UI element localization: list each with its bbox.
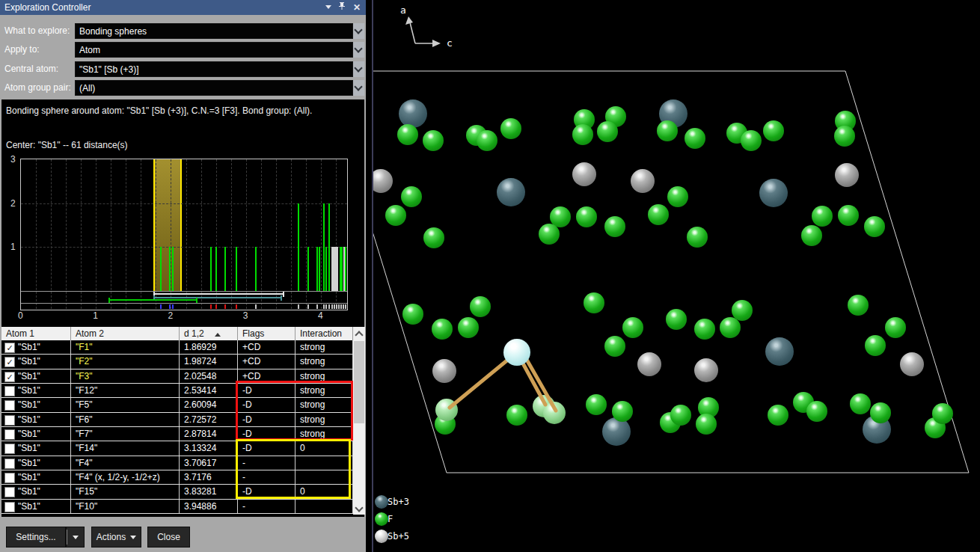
atom-sb5[interactable]: [637, 352, 661, 376]
column-header-flags[interactable]: Flags: [238, 327, 295, 340]
atom-f[interactable]: [402, 304, 423, 325]
atom-sb5[interactable]: [694, 358, 718, 382]
row-checkbox[interactable]: [4, 473, 15, 483]
selected-central-atom[interactable]: [503, 339, 530, 366]
pin-icon[interactable]: [336, 0, 348, 15]
atom-f[interactable]: [865, 335, 886, 356]
scroll-down-button[interactable]: [353, 502, 365, 515]
atom-f[interactable]: [870, 402, 891, 423]
atom-f[interactable]: [432, 319, 453, 340]
atom-f[interactable]: [604, 336, 625, 357]
atom-sb3[interactable]: [399, 99, 427, 128]
table-header[interactable]: Atom 1Atom 2d 1,2FlagsInteraction: [1, 327, 353, 340]
settings-dropdown-button[interactable]: [66, 527, 85, 548]
row-checkbox[interactable]: ✓: [4, 357, 15, 367]
row-checkbox[interactable]: ✓: [4, 372, 15, 382]
atom-f[interactable]: [539, 224, 560, 245]
atom-f[interactable]: [838, 205, 859, 226]
close-panel-icon[interactable]: ✕: [351, 0, 363, 15]
atom-f[interactable]: [604, 216, 625, 237]
atom-f[interactable]: [806, 401, 827, 422]
atom-sb3[interactable]: [765, 337, 794, 366]
table-row[interactable]: "Sb1""F10"3.94886-: [1, 500, 353, 514]
atom-f-bonded[interactable]: [435, 399, 458, 421]
atom-f[interactable]: [576, 206, 597, 227]
atom-f[interactable]: [763, 120, 784, 141]
atom-f[interactable]: [470, 296, 491, 317]
combo-central-atom[interactable]: "Sb1" [Sb (+3)]: [75, 61, 353, 77]
atom-f[interactable]: [667, 186, 688, 207]
atom-f[interactable]: [584, 292, 604, 313]
row-checkbox[interactable]: [4, 487, 15, 497]
settings-button[interactable]: Settings...: [6, 527, 66, 548]
atom-f[interactable]: [657, 120, 678, 141]
combo-dropdown-button[interactable]: [353, 61, 364, 77]
atom-f[interactable]: [385, 205, 406, 226]
atom-f[interactable]: [885, 317, 906, 338]
combo-what-to-explore[interactable]: Bonding spheres: [75, 23, 353, 39]
table-row[interactable]: "Sb1""F1"1.86929+CDstrong✓: [1, 340, 353, 355]
atom-f[interactable]: [500, 118, 521, 139]
row-checkbox[interactable]: ✓: [4, 343, 15, 353]
atom-f[interactable]: [720, 317, 741, 338]
actions-button[interactable]: Actions: [91, 527, 141, 548]
atom-f[interactable]: [458, 317, 479, 338]
atom-f[interactable]: [397, 124, 418, 145]
atom-f[interactable]: [401, 186, 422, 207]
panel-titlebar[interactable]: Exploration Controller ✕: [0, 0, 366, 15]
atom-f[interactable]: [696, 414, 717, 435]
row-checkbox[interactable]: [4, 502, 15, 512]
structure-viewer[interactable]: a c Sb+3FSb+5: [372, 0, 980, 552]
row-checkbox[interactable]: [4, 429, 15, 440]
combo-atom-group-pair[interactable]: (All): [75, 80, 353, 96]
atom-sb5[interactable]: [835, 163, 859, 187]
combo-dropdown-button[interactable]: [353, 23, 364, 39]
row-checkbox[interactable]: [4, 444, 15, 454]
combo-apply-to[interactable]: Atom: [75, 42, 353, 58]
atom-sb5[interactable]: [631, 169, 655, 193]
close-button[interactable]: Close: [147, 527, 190, 548]
atom-f[interactable]: [932, 403, 953, 424]
atom-f[interactable]: [506, 405, 527, 426]
atom-sb3[interactable]: [759, 179, 788, 207]
atom-f[interactable]: [572, 124, 593, 145]
atom-f[interactable]: [687, 227, 708, 248]
atom-sb5[interactable]: [572, 162, 596, 186]
atom-sb5[interactable]: [900, 352, 924, 376]
column-header-atom-2[interactable]: Atom 2: [71, 327, 180, 340]
atom-f[interactable]: [768, 405, 788, 426]
atom-f[interactable]: [864, 216, 885, 237]
table-row[interactable]: "Sb1""F2"1.98724+CDstrong✓: [1, 355, 353, 369]
atom-f[interactable]: [666, 309, 687, 330]
atom-f[interactable]: [648, 204, 669, 225]
atom-f[interactable]: [801, 225, 822, 246]
atom-f[interactable]: [685, 128, 705, 149]
column-header-atom-1[interactable]: Atom 1: [1, 327, 71, 340]
atom-f[interactable]: [597, 121, 618, 142]
atom-f[interactable]: [423, 227, 444, 248]
atom-sb3[interactable]: [602, 417, 631, 446]
row-checkbox[interactable]: [4, 415, 15, 426]
combo-dropdown-button[interactable]: [353, 42, 364, 58]
atom-f[interactable]: [850, 393, 871, 414]
atom-f[interactable]: [812, 206, 833, 227]
column-header-d-1-2[interactable]: d 1,2: [180, 327, 238, 340]
window-menu-icon[interactable]: [322, 0, 334, 15]
atom-f[interactable]: [423, 130, 444, 151]
atom-f[interactable]: [732, 300, 753, 321]
atom-f[interactable]: [612, 401, 633, 422]
atom-f-bonded[interactable]: [543, 402, 566, 424]
atom-f[interactable]: [670, 405, 691, 426]
atom-f[interactable]: [477, 130, 497, 151]
selection-band[interactable]: [153, 159, 182, 291]
table-scrollbar[interactable]: [353, 327, 365, 515]
row-checkbox[interactable]: [4, 400, 15, 411]
atom-f[interactable]: [622, 317, 643, 338]
scrollbar-thumb[interactable]: [354, 341, 364, 423]
atom-sb3[interactable]: [497, 178, 525, 206]
row-checkbox[interactable]: [4, 386, 15, 396]
atom-f[interactable]: [741, 130, 762, 151]
distance-histogram[interactable]: [20, 159, 348, 310]
atom-f[interactable]: [694, 319, 715, 340]
atom-f[interactable]: [848, 295, 869, 316]
